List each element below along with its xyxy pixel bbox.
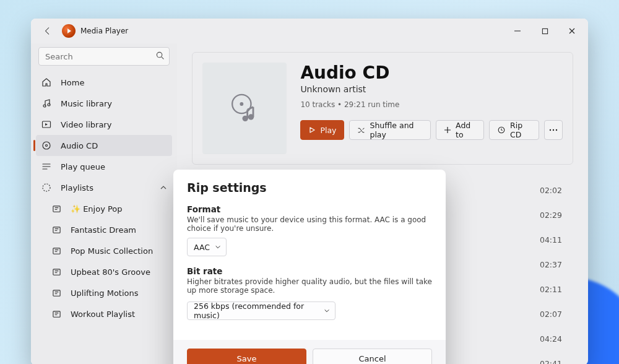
save-button[interactable]: Save [187, 349, 306, 364]
chevron-down-icon [324, 308, 330, 314]
bitrate-description: Higher bitrates provide higher quality a… [187, 277, 432, 295]
chevron-down-icon [215, 244, 221, 250]
dialog-title: Rip settings [187, 181, 432, 194]
format-label: Format [187, 204, 432, 214]
bitrate-select[interactable]: 256 kbps (recommended for music) [187, 301, 335, 320]
format-description: We'll save music to your device using th… [187, 215, 432, 233]
cancel-button[interactable]: Cancel [313, 349, 432, 364]
format-select[interactable]: AAC [187, 238, 227, 256]
bitrate-value: 256 kbps (recommended for music) [194, 301, 319, 320]
app-window: Media Player Home Music [31, 19, 588, 364]
format-value: AAC [194, 243, 210, 252]
bitrate-label: Bit rate [187, 266, 432, 276]
rip-settings-dialog: Rip settings Format We'll save music to … [173, 170, 446, 364]
modal-scrim: Rip settings Format We'll save music to … [31, 19, 588, 364]
